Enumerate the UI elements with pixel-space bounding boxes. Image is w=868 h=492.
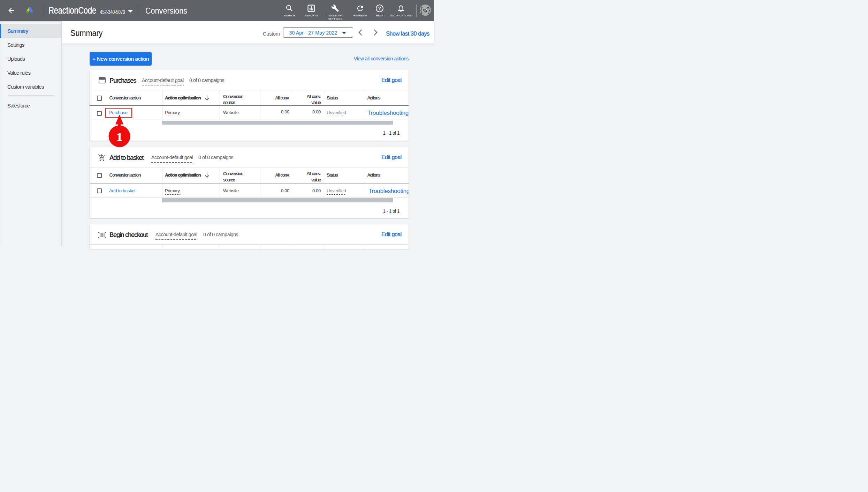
svg-text:1: 1 — [116, 131, 122, 143]
svg-text:{: { — [420, 6, 422, 14]
svg-text:}: } — [428, 6, 430, 14]
svg-text:?: ? — [378, 6, 381, 11]
